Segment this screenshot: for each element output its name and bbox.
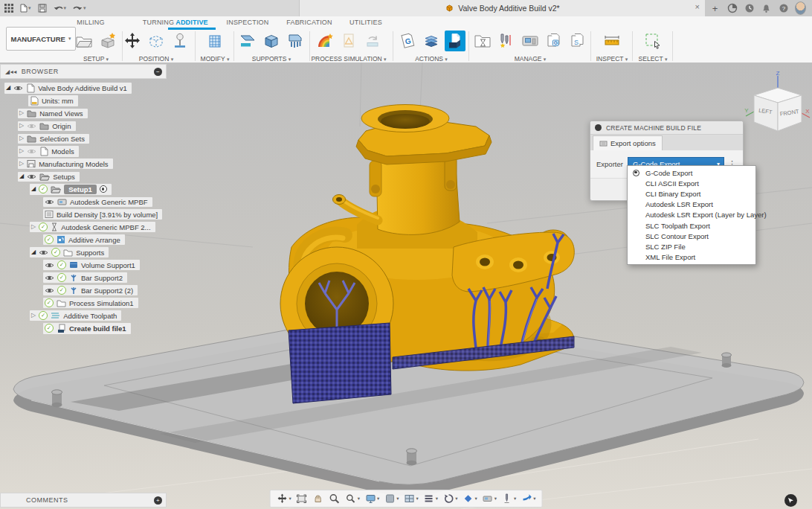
visibility-eye-icon[interactable]	[45, 275, 54, 281]
exporter-option[interactable]: XML File Export	[628, 252, 755, 263]
browser-tree-item[interactable]: ✓Bar Support2	[43, 272, 127, 284]
browser-tree-item[interactable]: ✓Process Simulation1	[43, 297, 138, 309]
save-icon[interactable]	[38, 4, 47, 13]
group-label-position[interactable]: POSITION ▾	[139, 55, 174, 63]
ribbon-tab-fabrication[interactable]: FABRICATION	[286, 19, 332, 26]
new-tab-icon[interactable]: +	[709, 3, 721, 14]
warning-page-icon[interactable]	[338, 31, 359, 51]
expand-closed-icon[interactable]: ▷	[31, 224, 36, 230]
browser-tree-item[interactable]: ✓Create build file1	[43, 322, 131, 334]
browser-tree-item[interactable]: ▷Selection Sets	[18, 132, 89, 144]
expand-open-icon[interactable]: ◢	[19, 173, 24, 179]
machine-sim-icon[interactable]: ▾	[480, 493, 498, 505]
extensions-clock-icon[interactable]	[744, 3, 755, 14]
orient-cage-icon[interactable]	[146, 31, 167, 51]
browser-tree-item[interactable]: ▷Manufacturing Models	[18, 158, 113, 170]
expand-closed-icon[interactable]: ▷	[19, 148, 24, 154]
browser-tree-item[interactable]: Autodesk Generic MPBF	[43, 196, 152, 208]
exporter-option[interactable]: SLC ZIP File	[628, 241, 755, 252]
tool-library-icon[interactable]	[496, 31, 517, 51]
grid-settings-icon[interactable]: ▾	[382, 493, 400, 505]
comments-bar[interactable]: COMMENTS +	[0, 493, 167, 508]
tool-sim-icon[interactable]: ▾	[500, 493, 518, 505]
exporter-option[interactable]: CLI ASCII Export	[628, 178, 755, 188]
redo-icon[interactable]: ▾	[73, 4, 86, 13]
bar-support-icon[interactable]	[285, 31, 306, 51]
document-tab[interactable]: Valve Body Additive Build v2* ×	[299, 0, 706, 16]
visibility-eye-off-icon[interactable]	[27, 123, 36, 129]
user-avatar-icon[interactable]	[795, 3, 806, 14]
visibility-eye-icon[interactable]	[45, 262, 54, 269]
template-docs-icon[interactable]: S	[567, 31, 588, 51]
browser-tree-item[interactable]: Units: mm	[28, 95, 78, 106]
zoom-window-icon[interactable]: ▾	[344, 493, 361, 505]
zoom-icon[interactable]	[327, 493, 342, 505]
file-new-icon[interactable]: ▾	[20, 4, 31, 13]
ribbon-tab-additive[interactable]: ADDITIVE	[175, 19, 208, 26]
ribbon-tab-inspection[interactable]: INSPECTION	[226, 19, 268, 26]
collapse-panel-icon[interactable]: ◢◂◂	[5, 68, 17, 75]
visibility-eye-icon[interactable]	[45, 199, 54, 205]
measure-ruler-icon[interactable]	[602, 31, 622, 51]
group-label-manage[interactable]: MANAGE ▾	[515, 55, 547, 63]
exporter-option[interactable]: Autodesk LSR Export	[628, 199, 755, 210]
browser-tree-item[interactable]: ▷Named Views	[18, 107, 88, 119]
fit-icon[interactable]	[294, 493, 309, 505]
close-tab-icon[interactable]: ×	[695, 2, 700, 11]
refresh-sim-icon[interactable]	[362, 31, 383, 51]
active-setup-radio[interactable]	[100, 185, 107, 193]
browser-tree-item[interactable]: ▷✓Additive Toolpath	[30, 310, 121, 321]
expand-open-icon[interactable]: ◢	[31, 186, 36, 192]
help-icon[interactable]: ?	[778, 3, 789, 14]
group-label-modify[interactable]: MODIFY ▾	[201, 55, 230, 63]
ribbon-tab-utilities[interactable]: UTILITIES	[349, 19, 382, 26]
app-grid-icon[interactable]	[4, 4, 13, 13]
browser-tree-item[interactable]: ▷✓Autodesk Generic MPBF 2...	[30, 221, 155, 233]
arrange-plate-icon[interactable]	[97, 31, 118, 51]
step-marker-icon[interactable]: ▾	[460, 493, 478, 505]
visibility-eye-icon[interactable]	[13, 85, 23, 92]
exporter-option[interactable]: CLI Binary Export	[628, 188, 755, 199]
expand-closed-icon[interactable]: ▷	[19, 123, 24, 129]
ribbon-tab-turning[interactable]: TURNING	[143, 19, 174, 26]
visibility-eye-off-icon[interactable]	[27, 148, 36, 155]
browser-tree-item[interactable]: ▷Origin	[18, 120, 76, 132]
thermal-sim-icon[interactable]	[315, 31, 335, 51]
visibility-eye-icon[interactable]	[45, 287, 54, 294]
expand-open-icon[interactable]: ◢	[6, 85, 10, 91]
expand-closed-icon[interactable]: ▷	[19, 110, 24, 116]
free-orbit-icon[interactable]	[311, 493, 326, 505]
expand-closed-icon[interactable]: ▷	[19, 161, 24, 167]
expand-closed-icon[interactable]: ▷	[19, 135, 24, 141]
create-build-file-icon[interactable]	[445, 31, 465, 51]
comments-expand-icon[interactable]: +	[154, 496, 162, 505]
browser-tree-item[interactable]: ◢✓Setup1	[30, 183, 112, 195]
move-arrows-icon[interactable]	[122, 31, 143, 51]
dialog-header[interactable]: CREATE MACHINE BUILD FILE	[590, 121, 743, 135]
viewports-icon[interactable]: ▾	[402, 493, 420, 505]
group-label-actions[interactable]: ACTIONS ▾	[415, 55, 448, 63]
expand-closed-icon[interactable]: ▷	[31, 313, 36, 318]
workspace-selector[interactable]: MANUFACTURE ▾	[6, 27, 76, 51]
expand-open-icon[interactable]: ◢	[31, 249, 36, 255]
play-forward-icon[interactable]: ▾	[519, 493, 537, 505]
browser-tree-item[interactable]: ◢✓Supports	[30, 246, 109, 258]
g-code-docs-icon[interactable]: G	[544, 31, 564, 51]
display-settings-icon[interactable]: ▾	[363, 493, 381, 505]
turntable-icon[interactable]: ▾	[441, 493, 459, 505]
tab-export-options[interactable]: Export options	[593, 135, 663, 150]
exporter-option[interactable]: Autodesk LSR Export (Layer by Layer)	[628, 210, 755, 220]
group-label-supports[interactable]: SUPPORTS ▾	[252, 55, 291, 63]
feedback-badge[interactable]	[784, 494, 797, 507]
panel-options-icon[interactable]: −	[154, 68, 162, 76]
viewport-canvas[interactable]: Z Y X LEFT FRONT ◢◂◂ BROWSER − ◢Valve Bo…	[0, 63, 812, 509]
undo-icon[interactable]: ▾	[54, 4, 67, 13]
select-marquee-icon[interactable]	[642, 31, 663, 51]
browser-tree-item[interactable]: ✓Additive Arrange	[43, 234, 125, 246]
group-label-process-simulation[interactable]: PROCESS SIMULATION ▾	[311, 55, 386, 63]
group-label-inspect[interactable]: INSPECT ▾	[596, 55, 628, 63]
pin-support-icon[interactable]	[170, 31, 190, 51]
setup-folder-icon[interactable]	[74, 31, 94, 51]
browser-tree-item[interactable]: ✓Bar Support2 (2)	[43, 284, 138, 296]
volume-support-icon[interactable]	[261, 31, 282, 51]
